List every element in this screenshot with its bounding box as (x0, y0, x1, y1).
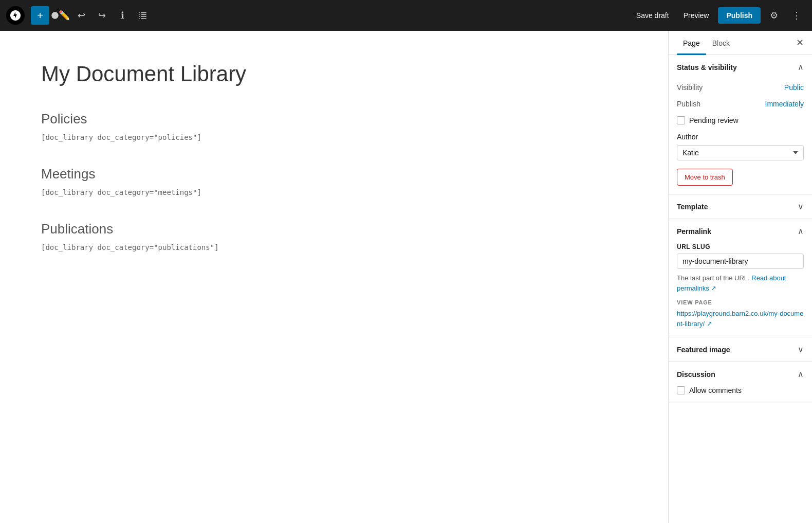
section-heading-policies: Policies (41, 111, 627, 127)
panel-permalink: Permalink ∧ URL Slug The last part of th… (669, 219, 812, 337)
panel-featured-image-title: Featured image (677, 346, 730, 354)
redo-button[interactable]: ↪ (93, 6, 111, 25)
panel-status-visibility-header[interactable]: Status & visibility ∧ (669, 55, 812, 79)
tab-page[interactable]: Page (677, 31, 706, 55)
sidebar-close-button[interactable]: ✕ (796, 31, 804, 55)
shortcode-policies[interactable]: [doc_library doc_category="policies"] (41, 133, 627, 141)
page-title[interactable]: My Document Library (41, 62, 627, 86)
editor-area: My Document Library Policies [doc_librar… (0, 31, 668, 523)
shortcode-meetings[interactable]: [doc_library doc_category="meetings"] (41, 188, 627, 196)
section-heading-meetings: Meetings (41, 166, 627, 182)
allow-comments-checkbox[interactable] (677, 386, 685, 394)
pending-review-row: Pending review (677, 112, 804, 129)
url-slug-input[interactable] (677, 254, 804, 269)
save-draft-button[interactable]: Save draft (631, 8, 674, 23)
tab-block[interactable]: Block (706, 31, 736, 55)
publish-value[interactable]: Immediately (765, 100, 804, 108)
panel-status-visibility-content: Visibility Public Publish Immediately Pe… (669, 79, 812, 194)
add-block-button[interactable]: + (31, 6, 49, 25)
panel-featured-image: Featured image ∨ (669, 337, 812, 362)
pending-review-label: Pending review (689, 116, 739, 124)
allow-comments-label: Allow comments (689, 386, 742, 394)
visibility-row: Visibility Public (677, 79, 804, 96)
toolbar: + ✏️ ↩ ↪ ℹ Save draft Preview Publish ⚙ … (0, 0, 812, 31)
section-policies: Policies [doc_library doc_category="poli… (41, 111, 627, 141)
preview-button[interactable]: Preview (678, 8, 714, 23)
author-section: Author Katie (677, 129, 804, 165)
publish-row: Publish Immediately (677, 96, 804, 112)
pending-review-checkbox[interactable] (677, 116, 685, 124)
view-page-label: VIEW PAGE (677, 299, 804, 305)
panel-permalink-content: URL Slug The last part of the URL. Read … (669, 243, 812, 337)
panel-discussion-header[interactable]: Discussion ∧ (669, 362, 812, 386)
panel-permalink-header[interactable]: Permalink ∧ (669, 219, 812, 243)
sidebar: Page Block ✕ Status & visibility ∧ Visib… (668, 31, 812, 523)
section-publications: Publications [doc_library doc_category="… (41, 221, 627, 251)
visibility-value[interactable]: Public (784, 83, 804, 92)
publish-button[interactable]: Publish (718, 7, 761, 24)
chevron-up-icon: ∧ (798, 62, 804, 72)
sidebar-tabs: Page Block ✕ (669, 31, 812, 55)
panel-template: Template ∨ (669, 194, 812, 219)
shortcode-publications[interactable]: [doc_library doc_category="publications"… (41, 243, 627, 251)
panel-discussion: Discussion ∧ Allow comments (669, 362, 812, 403)
panel-template-header[interactable]: Template ∨ (669, 194, 812, 219)
main-area: My Document Library Policies [doc_librar… (0, 31, 812, 523)
author-label: Author (677, 133, 804, 141)
list-view-button[interactable] (134, 6, 152, 25)
more-options-button[interactable]: ⋮ (787, 6, 806, 25)
discussion-chevron-up-icon: ∧ (798, 369, 804, 379)
publish-label: Publish (677, 100, 700, 108)
wp-logo (6, 6, 25, 25)
url-description: The last part of the URL. Read about per… (677, 273, 804, 293)
featured-image-chevron-down-icon: ∨ (798, 345, 804, 354)
panel-template-title: Template (677, 203, 708, 211)
panel-status-visibility-title: Status & visibility (677, 63, 737, 71)
author-select[interactable]: Katie (677, 145, 804, 160)
view-page-link[interactable]: https://playground.barn2.co.uk/my-docume… (677, 310, 803, 328)
undo-button[interactable]: ↩ (72, 6, 90, 25)
url-slug-label: URL Slug (677, 243, 804, 250)
details-button[interactable]: ℹ (113, 6, 132, 25)
visibility-label: Visibility (677, 83, 703, 92)
panel-discussion-content: Allow comments (669, 386, 812, 403)
panel-status-visibility: Status & visibility ∧ Visibility Public … (669, 55, 812, 194)
settings-button[interactable]: ⚙ (765, 6, 783, 25)
panel-discussion-title: Discussion (677, 370, 715, 378)
allow-comments-row: Allow comments (677, 386, 804, 394)
panel-featured-image-header[interactable]: Featured image ∨ (669, 337, 812, 362)
panel-permalink-title: Permalink (677, 227, 711, 236)
section-heading-publications: Publications (41, 221, 627, 237)
permalink-chevron-up-icon: ∧ (798, 226, 804, 236)
toolbar-right: Save draft Preview Publish ⚙ ⋮ (631, 6, 806, 25)
tools-icon-button[interactable]: ✏️ (51, 6, 70, 25)
move-to-trash-button[interactable]: Move to trash (677, 169, 733, 186)
section-meetings: Meetings [doc_library doc_category="meet… (41, 166, 627, 196)
template-chevron-down-icon: ∨ (798, 202, 804, 211)
